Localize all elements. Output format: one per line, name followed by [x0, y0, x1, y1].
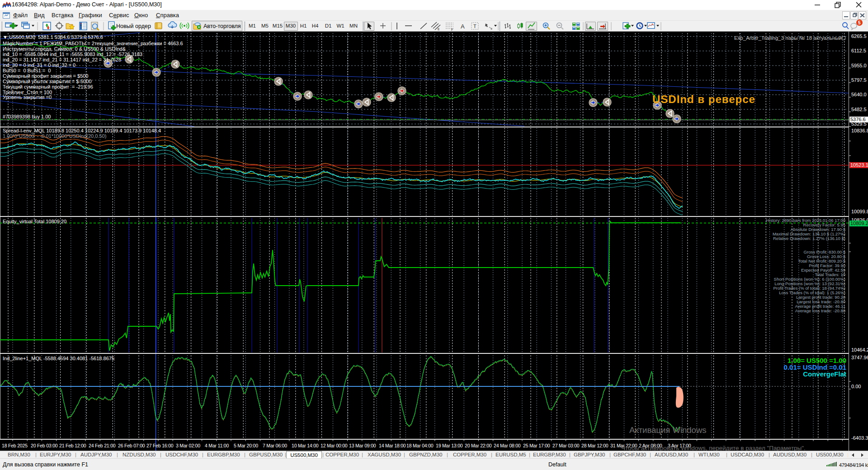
svg-text:T: T [473, 24, 476, 29]
svg-text:5: 5 [858, 20, 861, 25]
svg-text:F: F [451, 28, 453, 31]
svg-text:E: E [438, 28, 440, 31]
svg-text:A: A [461, 23, 465, 30]
